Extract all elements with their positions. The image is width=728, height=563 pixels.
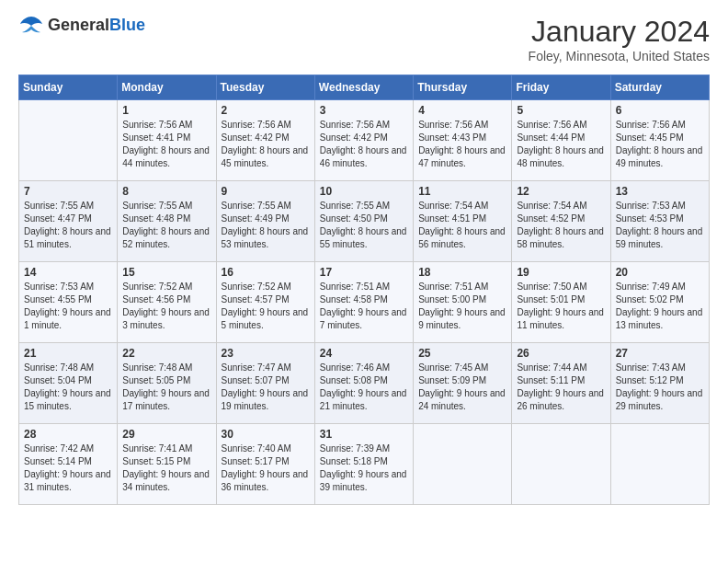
header-monday: Monday <box>118 75 216 100</box>
day-info: Sunrise: 7:44 AMSunset: 5:11 PMDaylight:… <box>517 362 605 413</box>
day-info: Sunrise: 7:51 AMSunset: 5:00 PMDaylight:… <box>418 281 506 332</box>
calendar-cell <box>512 424 610 505</box>
day-number: 24 <box>320 347 408 360</box>
calendar-table: SundayMondayTuesdayWednesdayThursdayFrid… <box>18 75 710 505</box>
calendar-cell: 13Sunrise: 7:53 AMSunset: 4:53 PMDayligh… <box>610 181 709 262</box>
day-info: Sunrise: 7:48 AMSunset: 5:05 PMDaylight:… <box>122 362 210 413</box>
day-number: 27 <box>616 347 704 360</box>
calendar-cell: 3Sunrise: 7:56 AMSunset: 4:42 PMDaylight… <box>314 100 413 181</box>
day-info: Sunrise: 7:47 AMSunset: 5:07 PMDaylight:… <box>222 362 310 413</box>
day-info: Sunrise: 7:51 AMSunset: 4:58 PMDaylight:… <box>320 281 408 332</box>
calendar-cell: 7Sunrise: 7:55 AMSunset: 4:47 PMDaylight… <box>19 181 118 262</box>
logo-bird-icon <box>18 15 44 35</box>
calendar-cell: 21Sunrise: 7:48 AMSunset: 5:04 PMDayligh… <box>19 343 118 424</box>
logo-general: General <box>48 16 109 34</box>
day-number: 16 <box>222 266 310 279</box>
day-number: 6 <box>616 104 704 117</box>
calendar-cell: 6Sunrise: 7:56 AMSunset: 4:45 PMDaylight… <box>610 100 709 181</box>
day-number: 5 <box>517 104 605 117</box>
calendar-cell: 26Sunrise: 7:44 AMSunset: 5:11 PMDayligh… <box>512 343 610 424</box>
title-block: January 2024 Foley, Minnesota, United St… <box>529 15 710 63</box>
day-number: 31 <box>320 428 408 441</box>
day-number: 28 <box>24 428 112 441</box>
calendar-week-row: 28Sunrise: 7:42 AMSunset: 5:14 PMDayligh… <box>19 424 710 505</box>
day-number: 2 <box>222 104 310 117</box>
calendar-cell: 27Sunrise: 7:43 AMSunset: 5:12 PMDayligh… <box>610 343 709 424</box>
header-thursday: Thursday <box>414 75 512 100</box>
day-info: Sunrise: 7:55 AMSunset: 4:47 PMDaylight:… <box>24 200 112 251</box>
day-number: 17 <box>320 266 408 279</box>
header-saturday: Saturday <box>610 75 709 100</box>
day-number: 4 <box>418 104 506 117</box>
day-number: 3 <box>320 104 408 117</box>
day-info: Sunrise: 7:55 AMSunset: 4:50 PMDaylight:… <box>320 200 408 251</box>
page-header: GeneralBlue January 2024 Foley, Minnesot… <box>18 15 710 63</box>
day-info: Sunrise: 7:48 AMSunset: 5:04 PMDaylight:… <box>24 362 112 413</box>
calendar-week-row: 14Sunrise: 7:53 AMSunset: 4:55 PMDayligh… <box>19 262 710 343</box>
calendar-cell: 9Sunrise: 7:55 AMSunset: 4:49 PMDaylight… <box>216 181 314 262</box>
location-title: Foley, Minnesota, United States <box>529 49 710 63</box>
calendar-cell: 12Sunrise: 7:54 AMSunset: 4:52 PMDayligh… <box>512 181 610 262</box>
day-info: Sunrise: 7:56 AMSunset: 4:44 PMDaylight:… <box>517 119 605 170</box>
calendar-cell: 28Sunrise: 7:42 AMSunset: 5:14 PMDayligh… <box>19 424 118 505</box>
calendar-header-row: SundayMondayTuesdayWednesdayThursdayFrid… <box>19 75 710 100</box>
day-number: 30 <box>222 428 310 441</box>
day-number: 10 <box>320 185 408 198</box>
day-number: 21 <box>24 347 112 360</box>
day-number: 7 <box>24 185 112 198</box>
day-number: 9 <box>222 185 310 198</box>
day-number: 14 <box>24 266 112 279</box>
calendar-cell <box>414 424 512 505</box>
day-info: Sunrise: 7:56 AMSunset: 4:43 PMDaylight:… <box>418 119 506 170</box>
calendar-cell: 5Sunrise: 7:56 AMSunset: 4:44 PMDaylight… <box>512 100 610 181</box>
day-info: Sunrise: 7:56 AMSunset: 4:41 PMDaylight:… <box>122 119 210 170</box>
day-number: 19 <box>517 266 605 279</box>
day-info: Sunrise: 7:49 AMSunset: 5:02 PMDaylight:… <box>616 281 704 332</box>
calendar-cell: 22Sunrise: 7:48 AMSunset: 5:05 PMDayligh… <box>118 343 216 424</box>
header-sunday: Sunday <box>19 75 118 100</box>
day-info: Sunrise: 7:56 AMSunset: 4:42 PMDaylight:… <box>320 119 408 170</box>
day-info: Sunrise: 7:40 AMSunset: 5:17 PMDaylight:… <box>222 442 310 494</box>
calendar-week-row: 1Sunrise: 7:56 AMSunset: 4:41 PMDaylight… <box>19 100 710 181</box>
logo-text: GeneralBlue <box>48 16 145 35</box>
day-info: Sunrise: 7:39 AMSunset: 5:18 PMDaylight:… <box>320 442 408 494</box>
day-info: Sunrise: 7:56 AMSunset: 4:45 PMDaylight:… <box>616 119 704 170</box>
calendar-cell: 17Sunrise: 7:51 AMSunset: 4:58 PMDayligh… <box>314 262 413 343</box>
logo-blue: Blue <box>109 16 145 34</box>
calendar-cell: 10Sunrise: 7:55 AMSunset: 4:50 PMDayligh… <box>314 181 413 262</box>
calendar-cell <box>19 100 118 181</box>
calendar-cell: 8Sunrise: 7:55 AMSunset: 4:48 PMDaylight… <box>118 181 216 262</box>
calendar-cell: 11Sunrise: 7:54 AMSunset: 4:51 PMDayligh… <box>414 181 512 262</box>
calendar-cell: 19Sunrise: 7:50 AMSunset: 5:01 PMDayligh… <box>512 262 610 343</box>
day-number: 22 <box>122 347 210 360</box>
day-info: Sunrise: 7:45 AMSunset: 5:09 PMDaylight:… <box>418 362 506 413</box>
header-wednesday: Wednesday <box>314 75 413 100</box>
day-number: 26 <box>517 347 605 360</box>
day-info: Sunrise: 7:54 AMSunset: 4:52 PMDaylight:… <box>517 200 605 251</box>
day-number: 13 <box>616 185 704 198</box>
day-number: 25 <box>418 347 506 360</box>
day-info: Sunrise: 7:43 AMSunset: 5:12 PMDaylight:… <box>616 362 704 413</box>
day-info: Sunrise: 7:55 AMSunset: 4:49 PMDaylight:… <box>222 200 310 251</box>
day-number: 1 <box>122 104 210 117</box>
header-tuesday: Tuesday <box>216 75 314 100</box>
calendar-cell: 2Sunrise: 7:56 AMSunset: 4:42 PMDaylight… <box>216 100 314 181</box>
calendar-cell: 4Sunrise: 7:56 AMSunset: 4:43 PMDaylight… <box>414 100 512 181</box>
day-info: Sunrise: 7:52 AMSunset: 4:57 PMDaylight:… <box>222 281 310 332</box>
day-info: Sunrise: 7:41 AMSunset: 5:15 PMDaylight:… <box>122 442 210 494</box>
calendar-cell: 25Sunrise: 7:45 AMSunset: 5:09 PMDayligh… <box>414 343 512 424</box>
calendar-cell: 20Sunrise: 7:49 AMSunset: 5:02 PMDayligh… <box>610 262 709 343</box>
header-friday: Friday <box>512 75 610 100</box>
month-title: January 2024 <box>529 15 710 49</box>
day-info: Sunrise: 7:53 AMSunset: 4:53 PMDaylight:… <box>616 200 704 251</box>
calendar-cell: 30Sunrise: 7:40 AMSunset: 5:17 PMDayligh… <box>216 424 314 505</box>
day-info: Sunrise: 7:46 AMSunset: 5:08 PMDaylight:… <box>320 362 408 413</box>
calendar-cell: 29Sunrise: 7:41 AMSunset: 5:15 PMDayligh… <box>118 424 216 505</box>
day-info: Sunrise: 7:55 AMSunset: 4:48 PMDaylight:… <box>122 200 210 251</box>
day-info: Sunrise: 7:54 AMSunset: 4:51 PMDaylight:… <box>418 200 506 251</box>
calendar-cell: 14Sunrise: 7:53 AMSunset: 4:55 PMDayligh… <box>19 262 118 343</box>
day-number: 18 <box>418 266 506 279</box>
calendar-cell <box>610 424 709 505</box>
day-number: 15 <box>122 266 210 279</box>
calendar-cell: 18Sunrise: 7:51 AMSunset: 5:00 PMDayligh… <box>414 262 512 343</box>
